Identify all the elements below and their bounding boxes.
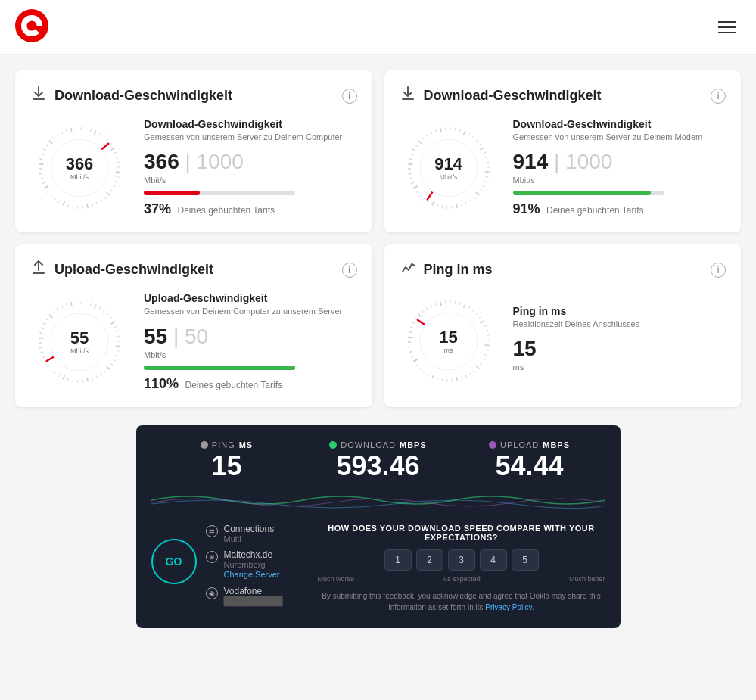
svg-line-57	[39, 163, 43, 164]
svg-line-124	[415, 145, 417, 146]
info-icon[interactable]: i	[342, 263, 357, 278]
stat-percent-label: Deines gebuchten Tarifs	[185, 380, 283, 390]
svg-line-110	[432, 201, 434, 205]
progress-bar-bg	[144, 191, 295, 195]
stat-title: Ping in ms	[513, 305, 726, 317]
svg-line-108	[442, 205, 443, 208]
svg-line-33	[117, 176, 120, 177]
progress-bar-fill	[144, 366, 295, 370]
svg-line-235	[432, 375, 434, 378]
stat-percent: 37%	[144, 201, 171, 216]
stat-value: 55 | 50	[144, 325, 357, 349]
gauge-number: 914	[434, 155, 462, 173]
ping-value: 15	[159, 453, 295, 480]
rating-4-button[interactable]: 4	[480, 549, 507, 571]
card-body: 366 Mbit/s Download-Geschwindigkeit Geme…	[30, 118, 357, 217]
server-name: Maltechx.de	[224, 549, 280, 560]
hamburger-menu-button[interactable]	[714, 17, 741, 38]
stat-title: Upload-Geschwindigkeit	[144, 292, 357, 304]
stat-subtitle: Gemessen von unserem Server zu Deinem Mo…	[513, 132, 726, 142]
gauge-unit: Mbit/s	[66, 173, 94, 181]
svg-line-241	[411, 356, 414, 358]
speedtest-metrics-row: PING ms 15 DOWNLOAD Mbps 593.46 UPLOAD M…	[151, 440, 605, 480]
svg-line-102	[469, 199, 471, 201]
svg-line-114	[416, 191, 418, 192]
svg-line-153	[111, 322, 115, 324]
svg-line-142	[66, 303, 67, 306]
svg-line-96	[485, 176, 488, 177]
info-icon[interactable]: i	[711, 263, 726, 278]
rating-high-label: Much better	[569, 575, 605, 583]
connections-row: ⇌ Connections Multi	[206, 524, 283, 543]
rating-2-button[interactable]: 2	[416, 549, 443, 571]
svg-line-83	[455, 127, 456, 130]
svg-line-77	[426, 134, 428, 136]
go-button[interactable]: GO	[151, 539, 197, 584]
svg-line-45	[73, 205, 73, 208]
svg-line-49	[54, 198, 56, 200]
gauge-number: 55	[70, 329, 89, 347]
svg-line-211	[468, 306, 469, 309]
svg-line-29	[116, 157, 119, 157]
svg-line-204	[435, 303, 436, 306]
svg-line-246	[409, 332, 412, 333]
svg-line-148	[95, 305, 97, 309]
progress-bar-bg	[144, 366, 295, 370]
svg-line-141	[61, 306, 63, 309]
svg-line-80	[440, 128, 440, 132]
svg-line-52	[44, 186, 48, 188]
svg-line-247	[410, 327, 413, 328]
privacy-policy-link[interactable]: Privacy Policy.	[485, 603, 534, 611]
svg-line-59	[41, 154, 44, 154]
rating-5-button[interactable]: 5	[512, 549, 539, 571]
svg-line-151	[107, 313, 109, 316]
svg-line-35	[113, 185, 116, 187]
svg-line-21	[91, 129, 92, 132]
card-download-computer: Download-Geschwindigkeit i 366 Mbit/s Do…	[15, 70, 372, 232]
svg-line-248	[412, 322, 415, 324]
svg-line-55	[39, 173, 42, 174]
svg-line-166	[96, 376, 98, 379]
svg-line-158	[116, 346, 120, 347]
svg-line-42	[87, 204, 88, 208]
svg-line-228	[465, 375, 467, 378]
svg-line-78	[431, 131, 432, 134]
rating-3-button[interactable]: 3	[448, 549, 475, 571]
card-title: Download-Geschwindigkeit	[424, 88, 602, 104]
main-content: Download-Geschwindigkeit i 366 Mbit/s Do…	[0, 55, 756, 643]
svg-line-150	[103, 310, 104, 313]
svg-line-91	[484, 152, 487, 154]
svg-line-76	[422, 137, 424, 139]
card-header: Upload-Geschwindigkeit i	[30, 260, 357, 280]
change-server-link[interactable]: Change Server	[224, 570, 280, 579]
svg-line-203	[431, 305, 432, 308]
svg-line-239	[416, 364, 418, 366]
svg-line-79	[435, 129, 436, 132]
provider-icon: ◉	[206, 587, 218, 599]
stat-title: Download-Geschwindigkeit	[513, 118, 726, 130]
connections-label: Connections	[224, 524, 275, 534]
svg-line-95	[484, 172, 489, 173]
connections-value: Multi	[224, 534, 275, 543]
svg-point-0	[15, 9, 48, 42]
svg-line-226	[473, 370, 475, 372]
svg-line-51	[47, 191, 49, 192]
svg-line-174	[58, 375, 60, 377]
card-icon	[400, 86, 416, 106]
svg-line-225	[475, 366, 478, 369]
svg-line-168	[87, 378, 88, 382]
svg-line-23	[99, 132, 101, 135]
card-title: Upload-Geschwindigkeit	[54, 262, 213, 278]
svg-line-32	[116, 172, 120, 173]
svg-line-47	[63, 201, 65, 205]
svg-line-164	[104, 371, 107, 373]
info-icon[interactable]: i	[342, 89, 357, 104]
info-icon[interactable]: i	[711, 89, 726, 104]
speedtest-bottom: GO ⇌ Connections Multi ⊕	[151, 524, 605, 613]
rating-1-button[interactable]: 1	[384, 549, 412, 571]
stat-percent-label: Deines gebuchten Tarifs	[546, 205, 644, 216]
svg-line-201	[422, 310, 424, 313]
svg-line-187	[46, 319, 48, 320]
svg-line-181	[39, 347, 42, 348]
svg-line-184	[39, 333, 42, 334]
